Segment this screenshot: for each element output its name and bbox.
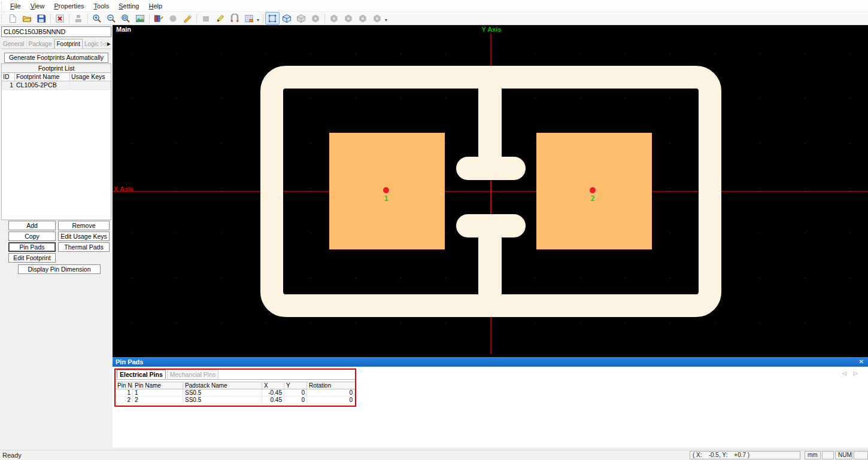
- pin-y-cell: 0: [284, 389, 307, 396]
- padstack-name-cell: SS0.5: [183, 389, 262, 396]
- rect-tool-button: [199, 12, 213, 25]
- nut-icon: [358, 14, 368, 23]
- footprint-list[interactable]: Footprint List ID Footprint Name Usage K…: [1, 63, 111, 220]
- menu-properties[interactable]: Properties: [49, 1, 89, 11]
- nut-icon: [311, 14, 320, 23]
- outline-view-button[interactable]: [265, 12, 280, 25]
- dialog-tabs: Electrical Pins Mechancial Pins: [117, 370, 218, 379]
- dialog-tab-scroll-icons[interactable]: ◁ ▷: [842, 370, 861, 376]
- silkscreen-top-stem: [478, 82, 502, 158]
- column-header-y: Y: [284, 382, 307, 389]
- nut-tool-button: [356, 12, 370, 25]
- highlight-pen-icon: [183, 14, 192, 23]
- zoom-out-icon: [107, 14, 116, 23]
- menu-bar: File View Properties Tools Setting Help: [0, 0, 868, 12]
- tab-footprint[interactable]: Footprint: [54, 39, 83, 48]
- x-axis-label: X Axis: [114, 185, 133, 193]
- stamp-icon: [74, 14, 83, 23]
- status-panel-empty: [854, 451, 868, 459]
- column-header-usage-keys: Usage Keys: [70, 73, 111, 81]
- pin-table: Pin No Pin Name Padstack Name X Y Rotati…: [116, 382, 355, 404]
- add-button[interactable]: Add: [8, 221, 56, 230]
- thermal-pads-button[interactable]: Thermal Pads: [58, 242, 110, 252]
- toolbar-separator: [50, 14, 51, 23]
- column-header-rotation: Rotation: [307, 382, 355, 389]
- tab-general[interactable]: General: [1, 39, 27, 48]
- pcb-canvas[interactable]: 1 2 Main Y Axis X Axis: [113, 25, 868, 357]
- application-window: File View Properties Tools Setting Help …: [0, 0, 868, 460]
- cube-view-disabled-button: [294, 12, 308, 25]
- generate-footprints-button[interactable]: Generate Footprints Automatically: [4, 53, 108, 63]
- zoom-area-button[interactable]: [119, 12, 133, 25]
- tab-scroll-left-icon[interactable]: ◁: [102, 39, 107, 48]
- menu-tools[interactable]: Tools: [89, 1, 114, 11]
- nut-icon: [329, 14, 339, 23]
- toolbar-separator: [324, 14, 325, 23]
- dialog-title: Pin Pads: [116, 358, 143, 365]
- tab-electrical-pins[interactable]: Electrical Pins: [117, 370, 166, 379]
- toolbar-separator: [149, 14, 150, 23]
- pin-table-row[interactable]: 1 1 SS0.5 -0.45 0 0: [116, 389, 355, 397]
- y-axis-label: Y Axis: [476, 26, 507, 33]
- copy-button[interactable]: Copy: [8, 231, 56, 241]
- part-number-input[interactable]: [1, 26, 111, 37]
- pin-no-cell: 2: [116, 397, 133, 403]
- close-icon[interactable]: ✕: [859, 358, 864, 365]
- edit-footprint-button[interactable]: Edit Footprint: [8, 253, 56, 263]
- clamp-tool-button[interactable]: [227, 12, 242, 25]
- cube-view-icon: [282, 14, 292, 23]
- pin-x-cell: 0.45: [262, 397, 284, 403]
- fit-image-icon: [135, 14, 145, 23]
- library-config-button[interactable]: [151, 12, 166, 25]
- sheet-grid-button[interactable]: [242, 12, 256, 25]
- zoom-in-button[interactable]: [90, 12, 104, 25]
- zoom-out-button[interactable]: [104, 12, 119, 25]
- pin-table-row[interactable]: 2 2 SS0.5 0.45 0 0: [116, 397, 355, 404]
- units-indicator: mm: [805, 451, 821, 459]
- toolbar-separator: [196, 14, 197, 23]
- toolbar-separator: [87, 14, 88, 23]
- nut-tool-button: [327, 12, 341, 25]
- save-icon: [37, 14, 46, 23]
- circle-tool-icon: [168, 14, 178, 23]
- fit-view-button[interactable]: [133, 12, 147, 25]
- edit-pencil-button[interactable]: [213, 12, 227, 25]
- new-file-button[interactable]: [5, 12, 20, 25]
- footprint-usage-keys-cell: [70, 81, 111, 89]
- edit-usage-keys-button[interactable]: Edit Usage Keys: [58, 231, 110, 241]
- library-config-icon: [154, 14, 163, 23]
- open-file-button[interactable]: [20, 12, 34, 25]
- footprint-table-header: ID Footprint Name Usage Keys: [2, 73, 111, 81]
- pad-2-origin-dot: [590, 187, 596, 193]
- padstack-name-cell: SS0.5: [183, 397, 262, 403]
- dropdown-arrow-icon[interactable]: ▾: [385, 17, 387, 23]
- new-file-icon: [8, 14, 17, 23]
- highlight-pen-button[interactable]: [180, 12, 195, 25]
- pin-pads-button[interactable]: Pin Pads: [8, 242, 56, 252]
- menu-view[interactable]: View: [26, 1, 50, 11]
- cube-view-button[interactable]: [280, 12, 294, 25]
- toolbar-separator: [69, 14, 69, 23]
- nut-icon: [372, 14, 382, 23]
- dropdown-arrow-icon[interactable]: ▾: [257, 17, 259, 23]
- footprint-table-row[interactable]: 1 CL1005-2PCB: [2, 81, 111, 90]
- dialog-title-bar[interactable]: Pin Pads ✕: [113, 357, 868, 367]
- column-header-pin-name: Pin Name: [133, 382, 183, 389]
- tab-logic-symbol[interactable]: Logic S: [83, 39, 102, 48]
- tab-divider: [116, 379, 355, 380]
- column-header-x: X: [262, 382, 284, 389]
- silkscreen-bottom-stem: [478, 236, 502, 317]
- menu-file[interactable]: File: [5, 1, 26, 11]
- menu-help[interactable]: Help: [144, 1, 168, 11]
- pin-x-cell: -0.45: [262, 389, 284, 396]
- tab-package[interactable]: Package: [27, 39, 54, 48]
- tab-mechanical-pins[interactable]: Mechancial Pins: [167, 370, 218, 379]
- delete-button[interactable]: [53, 12, 67, 25]
- remove-button[interactable]: Remove: [58, 221, 110, 230]
- save-button[interactable]: [34, 12, 48, 25]
- left-panel: General Package Footprint Logic S ◁ ▶ Ge…: [0, 25, 113, 450]
- tab-scroll-right-icon[interactable]: ▶: [107, 39, 111, 48]
- display-pin-dimension-button[interactable]: Display Pin Dimension: [18, 264, 101, 274]
- menu-setting[interactable]: Setting: [114, 1, 144, 11]
- delete-icon: [55, 14, 65, 23]
